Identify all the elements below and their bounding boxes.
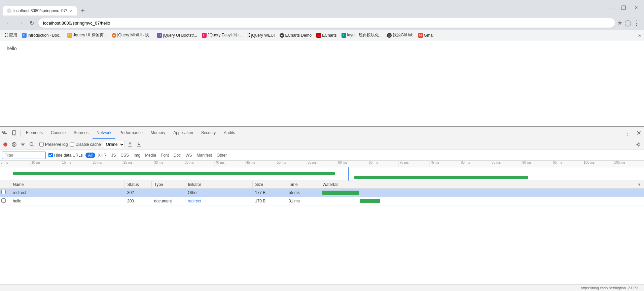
browser-window: localhost:8080/springmvc_07/ × + — ❐ × ←… <box>0 0 644 291</box>
bookmark-weui[interactable]: ⠿ jQuery WEUI <box>245 32 277 39</box>
active-tab[interactable]: localhost:8080/springmvc_07/ × <box>3 6 77 15</box>
window-close-button[interactable]: × <box>631 3 641 13</box>
timeline-tick: 105 ms <box>614 161 644 167</box>
disable-cache-checkbox[interactable] <box>70 142 74 147</box>
row-select-checkbox[interactable] <box>1 198 6 203</box>
tab-console[interactable]: Console <box>47 127 70 139</box>
bookmarks-more-icon[interactable]: » <box>638 32 641 38</box>
hide-data-urls-checkbox[interactable] <box>48 153 53 157</box>
page-hello-text: hello <box>7 46 17 51</box>
upload-har-button[interactable] <box>127 141 134 148</box>
account-button[interactable]: ◯ <box>624 19 631 27</box>
bookmark-miniui-icon: ● <box>112 33 116 38</box>
timeline-tick: 55 ms <box>307 161 337 167</box>
devtools-close-button[interactable]: ✕ <box>634 129 644 137</box>
tab-close-icon[interactable]: × <box>70 8 73 13</box>
network-settings-button[interactable] <box>635 141 642 148</box>
bookmark-intro[interactable]: B Introduction · Boo... <box>20 32 65 38</box>
devtools-more-button[interactable]: ⋮ <box>622 129 634 137</box>
bookmark-layui[interactable]: L layui · 经典模块化... <box>339 32 385 39</box>
filter-type-img[interactable]: Img <box>132 153 142 158</box>
bookmark-star-button[interactable]: ★ <box>617 19 622 27</box>
filter-type-ws[interactable]: WS <box>183 153 194 158</box>
search-button[interactable] <box>28 141 35 148</box>
timeline-tick: 90 ms <box>522 161 552 167</box>
timeline-ruler: 5 ms 10 ms 15 ms 20 ms 25 ms 30 ms 35 ms… <box>0 161 644 167</box>
preserve-log-checkbox[interactable] <box>39 142 44 147</box>
row-initiator-link-cell[interactable]: redirect <box>185 197 252 205</box>
col-initiator[interactable]: Initiator <box>185 181 252 189</box>
filter-toggle-button[interactable] <box>20 141 26 148</box>
record-button[interactable] <box>2 141 9 148</box>
tab-security[interactable]: Security <box>197 127 220 139</box>
more-options-button[interactable]: ⋮ <box>633 19 640 27</box>
tab-sources[interactable]: Sources <box>70 127 93 139</box>
tab-favicon <box>7 8 11 13</box>
filter-type-font[interactable]: Font <box>159 153 171 158</box>
timeline-tick: 30 ms <box>153 161 184 167</box>
forward-button[interactable]: → <box>15 18 25 28</box>
filter-type-js[interactable]: JS <box>109 153 118 158</box>
tab-memory[interactable]: Memory <box>147 127 169 139</box>
new-tab-button[interactable]: + <box>78 6 87 15</box>
bookmark-bootstrap[interactable]: B jQuery UI Bootstr... <box>155 32 199 38</box>
bookmark-github[interactable]: ◎ 我的GitHub <box>385 32 415 39</box>
download-har-button[interactable] <box>136 141 142 148</box>
col-waterfall[interactable]: Waterfall ▼ <box>320 181 644 189</box>
row-checkbox-cell[interactable] <box>0 197 10 205</box>
table-row[interactable]: redirect 302 Other 177 B 55 ms <box>0 189 644 197</box>
window-maximize-button[interactable]: ❐ <box>618 3 629 13</box>
devtools-inspect-button[interactable] <box>0 127 9 139</box>
bookmark-echarts-demo-label: ECharts Demo <box>285 33 312 38</box>
filter-input[interactable] <box>2 152 46 159</box>
row-select-checkbox[interactable] <box>1 190 6 194</box>
reload-button[interactable]: ↻ <box>27 18 36 28</box>
tab-application[interactable]: Application <box>169 127 197 139</box>
bookmark-echarts-demo[interactable]: ● ECharts Demo <box>278 32 314 38</box>
tab-elements[interactable]: Elements <box>22 127 47 139</box>
bookmark-miniui[interactable]: ● jQuery MiniUI · 快... <box>110 32 155 39</box>
timeline-area: 5 ms 10 ms 15 ms 20 ms 25 ms 30 ms 35 ms… <box>0 161 644 181</box>
filter-type-all[interactable]: All <box>85 153 95 158</box>
col-status[interactable]: Status <box>124 181 151 189</box>
bookmark-apps[interactable]: ⠿ 应用 <box>3 32 19 39</box>
bookmark-gmail[interactable]: M Gmail <box>416 32 436 38</box>
tab-audits[interactable]: Audits <box>220 127 239 139</box>
bookmark-jquery-ui[interactable]: ⛉ Jquery UI 标签页... <box>65 32 109 39</box>
col-size[interactable]: Size <box>252 181 286 189</box>
bookmark-easyui-label: JQuery EasyUI中... <box>208 32 242 38</box>
col-type[interactable]: Type <box>151 181 185 189</box>
online-select[interactable]: Online <box>103 141 125 148</box>
bookmark-jqueryui-label: Jquery UI 标签页... <box>73 32 107 38</box>
back-button[interactable]: ← <box>4 18 13 28</box>
row-waterfall-cell <box>320 197 644 205</box>
col-name[interactable]: Name <box>10 181 124 189</box>
col-time[interactable]: Time <box>286 181 320 189</box>
filter-types-bar: All XHR JS CSS Img Media Font Doc WS Man… <box>85 153 229 158</box>
devtools-device-button[interactable] <box>9 127 19 139</box>
address-input[interactable] <box>38 18 615 28</box>
bookmark-echarts[interactable]: E ECharts <box>314 32 338 38</box>
table-row[interactable]: hello 200 document redirect 170 B 31 ms <box>0 197 644 205</box>
row-size-cell: 177 B <box>252 189 286 197</box>
tab-performance[interactable]: Performance <box>115 127 147 139</box>
bookmark-echarts-demo-icon: ● <box>280 33 284 38</box>
filter-type-css[interactable]: CSS <box>118 153 131 158</box>
filter-type-manifest[interactable]: Manifest <box>195 153 214 158</box>
row-checkbox-cell[interactable] <box>0 189 10 197</box>
clear-button[interactable] <box>11 141 17 148</box>
hide-data-urls-label[interactable]: Hide data URLs <box>48 153 83 158</box>
filter-type-other[interactable]: Other <box>215 153 229 158</box>
devtools-tab-separator <box>20 130 21 136</box>
row-status-cell: 200 <box>124 197 151 205</box>
filter-type-doc[interactable]: Doc <box>172 153 183 158</box>
window-minimize-button[interactable]: — <box>606 3 616 13</box>
timeline-graph <box>0 167 644 181</box>
bookmark-easyui[interactable]: E JQuery EasyUI中... <box>200 32 244 39</box>
filter-type-media[interactable]: Media <box>143 153 158 158</box>
tab-network[interactable]: Network <box>93 127 115 139</box>
disable-cache-label[interactable]: Disable cache <box>70 142 101 147</box>
address-bar-row: ← → ↻ ★ ◯ ⋮ <box>0 15 644 30</box>
filter-type-xhr[interactable]: XHR <box>96 153 108 158</box>
preserve-log-label[interactable]: Preserve log <box>39 142 68 147</box>
